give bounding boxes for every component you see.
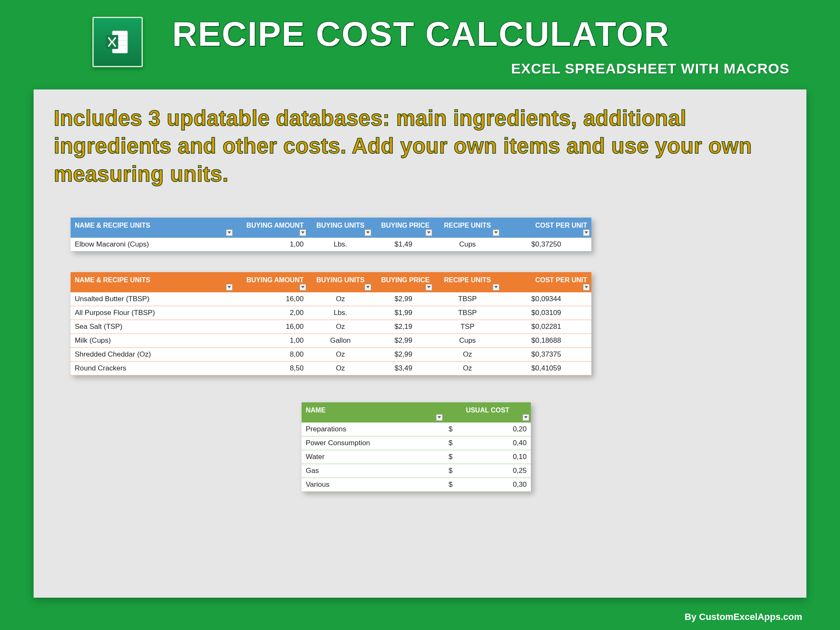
cell-buying-price: $2,99 bbox=[373, 334, 434, 348]
page-title: RECIPE COST CALCULATOR bbox=[172, 17, 806, 51]
cell-cost-per-unit: $0,02281 bbox=[501, 320, 591, 334]
filter-dropdown-icon[interactable] bbox=[365, 284, 371, 291]
filter-dropdown-icon[interactable] bbox=[425, 284, 432, 291]
cell-cost-per-unit: $0,41059 bbox=[501, 362, 591, 375]
cell-buying-price: $1,99 bbox=[373, 306, 434, 320]
filter-dropdown-icon[interactable] bbox=[226, 229, 233, 236]
filter-dropdown-icon[interactable] bbox=[493, 284, 499, 291]
col-buying-units[interactable]: BUYING UNITS bbox=[308, 218, 373, 238]
cell-name: Milk (Cups) bbox=[71, 334, 234, 348]
filter-dropdown-icon[interactable] bbox=[226, 284, 233, 291]
cell-currency: $ bbox=[444, 436, 459, 450]
col-cost-per-unit[interactable]: COST PER UNIT bbox=[501, 272, 591, 292]
cell-recipe-units: TBSP bbox=[434, 306, 501, 320]
cell-buying-units: Gallon bbox=[308, 334, 373, 348]
cell-buying-amount: 16,00 bbox=[234, 292, 308, 306]
cell-buying-amount: 8,50 bbox=[234, 362, 308, 375]
cell-cost-per-unit: $0,03109 bbox=[501, 306, 591, 320]
table-row: Milk (Cups) 1,00 Gallon $2,99 Cups $0,18… bbox=[71, 334, 591, 348]
cell-name: All Purpose Flour (TBSP) bbox=[71, 306, 234, 320]
filter-dropdown-icon[interactable] bbox=[299, 284, 306, 291]
other-costs-table: NAME USUAL COST Preparations $ 0,20 Powe… bbox=[302, 402, 531, 492]
cell-name: Power Consumption bbox=[302, 436, 444, 450]
cell-name: Unsalted Butter (TBSP) bbox=[71, 292, 234, 306]
col-usual-cost[interactable]: USUAL COST bbox=[444, 402, 531, 423]
table-row: Shredded Cheddar (Oz) 8,00 Oz $2,99 Oz $… bbox=[71, 348, 591, 362]
table-row: Round Crackers 8,50 Oz $3,49 Oz $0,41059 bbox=[71, 362, 591, 375]
cell-cost-per-unit: $0,09344 bbox=[501, 292, 591, 306]
table-row: Gas $ 0,25 bbox=[302, 464, 531, 478]
cell-recipe-units: TBSP bbox=[434, 292, 501, 306]
page-subtitle: EXCEL SPREADSHEET WITH MACROS bbox=[172, 60, 806, 77]
main-ingredients-table: NAME & RECIPE UNITS BUYING AMOUNT BUYING… bbox=[71, 218, 591, 252]
col-buying-units[interactable]: BUYING UNITS bbox=[308, 272, 373, 292]
cell-buying-price: $3,49 bbox=[373, 362, 434, 375]
filter-dropdown-icon[interactable] bbox=[425, 229, 432, 236]
cell-buying-amount: 1,00 bbox=[234, 238, 308, 252]
cell-cost-per-unit: $0,18688 bbox=[501, 334, 591, 348]
filter-dropdown-icon[interactable] bbox=[583, 284, 590, 291]
header: RECIPE COST CALCULATOR EXCEL SPREADSHEET… bbox=[0, 0, 840, 81]
col-name[interactable]: NAME & RECIPE UNITS bbox=[71, 272, 234, 292]
cell-buying-price: $2,99 bbox=[373, 348, 434, 362]
cell-buying-units: Lbs. bbox=[308, 238, 373, 252]
col-cost-per-unit[interactable]: COST PER UNIT bbox=[501, 218, 591, 238]
cell-recipe-units: Cups bbox=[434, 334, 501, 348]
content-panel: Includes 3 updatable databases: main ing… bbox=[34, 89, 806, 598]
cell-cost-value: 0,20 bbox=[459, 423, 531, 436]
filter-dropdown-icon[interactable] bbox=[436, 414, 443, 421]
cell-buying-price: $1,49 bbox=[373, 238, 434, 252]
table-row: Power Consumption $ 0,40 bbox=[302, 436, 531, 450]
cell-cost-value: 0,25 bbox=[459, 464, 531, 478]
filter-dropdown-icon[interactable] bbox=[522, 414, 529, 421]
cell-buying-units: Oz bbox=[308, 320, 373, 334]
col-name[interactable]: NAME bbox=[302, 402, 444, 423]
cell-buying-amount: 8,00 bbox=[234, 348, 308, 362]
col-buying-price[interactable]: BUYING PRICE bbox=[373, 272, 434, 292]
filter-dropdown-icon[interactable] bbox=[299, 229, 306, 236]
cell-currency: $ bbox=[444, 450, 459, 464]
cell-name: Water bbox=[302, 450, 444, 464]
col-buying-amount[interactable]: BUYING AMOUNT bbox=[234, 272, 308, 292]
col-buying-amount[interactable]: BUYING AMOUNT bbox=[234, 218, 308, 238]
filter-dropdown-icon[interactable] bbox=[583, 229, 590, 236]
table-row: Elbow Macaroni (Cups) 1,00 Lbs. $1,49 Cu… bbox=[71, 238, 591, 252]
cell-cost-value: 0,40 bbox=[459, 436, 531, 450]
cell-buying-units: Oz bbox=[308, 362, 373, 375]
table-row: Sea Salt (TSP) 16,00 Oz $2,19 TSP $0,022… bbox=[71, 320, 591, 334]
cell-currency: $ bbox=[444, 478, 459, 492]
filter-dropdown-icon[interactable] bbox=[365, 229, 371, 236]
app-logo-tile bbox=[92, 17, 143, 67]
cell-name: Gas bbox=[302, 464, 444, 478]
cell-buying-amount: 2,00 bbox=[234, 306, 308, 320]
cell-name: Round Crackers bbox=[71, 362, 234, 375]
col-recipe-units[interactable]: RECIPE UNITS bbox=[434, 272, 501, 292]
table-row: All Purpose Flour (TBSP) 2,00 Lbs. $1,99… bbox=[71, 306, 591, 320]
cell-buying-price: $2,99 bbox=[373, 292, 434, 306]
cell-buying-price: $2,19 bbox=[373, 320, 434, 334]
cell-recipe-units: Cups bbox=[434, 238, 501, 252]
filter-dropdown-icon[interactable] bbox=[493, 229, 499, 236]
additional-ingredients-table: NAME & RECIPE UNITS BUYING AMOUNT BUYING… bbox=[71, 272, 591, 375]
cell-name: Elbow Macaroni (Cups) bbox=[71, 238, 234, 252]
cell-buying-amount: 16,00 bbox=[234, 320, 308, 334]
table-row: Various $ 0,30 bbox=[302, 478, 531, 492]
cell-cost-value: 0,10 bbox=[459, 450, 531, 464]
cell-buying-amount: 1,00 bbox=[234, 334, 308, 348]
cell-cost-per-unit: $0,37250 bbox=[501, 238, 591, 252]
footer-credit: By CustomExcelApps.com bbox=[685, 612, 802, 622]
cell-name: Various bbox=[302, 478, 444, 492]
cell-name: Sea Salt (TSP) bbox=[71, 320, 234, 334]
description-text: Includes 3 updatable databases: main ing… bbox=[54, 105, 786, 188]
cell-name: Shredded Cheddar (Oz) bbox=[71, 348, 234, 362]
cell-cost-value: 0,30 bbox=[459, 478, 531, 492]
table-row: Water $ 0,10 bbox=[302, 450, 531, 464]
col-buying-price[interactable]: BUYING PRICE bbox=[373, 218, 434, 238]
table-row: Preparations $ 0,20 bbox=[302, 423, 531, 436]
cell-currency: $ bbox=[444, 423, 459, 436]
col-name[interactable]: NAME & RECIPE UNITS bbox=[71, 218, 234, 238]
cell-currency: $ bbox=[444, 464, 459, 478]
cell-cost-per-unit: $0,37375 bbox=[501, 348, 591, 362]
col-recipe-units[interactable]: RECIPE UNITS bbox=[434, 218, 501, 238]
cell-buying-units: Lbs. bbox=[308, 306, 373, 320]
